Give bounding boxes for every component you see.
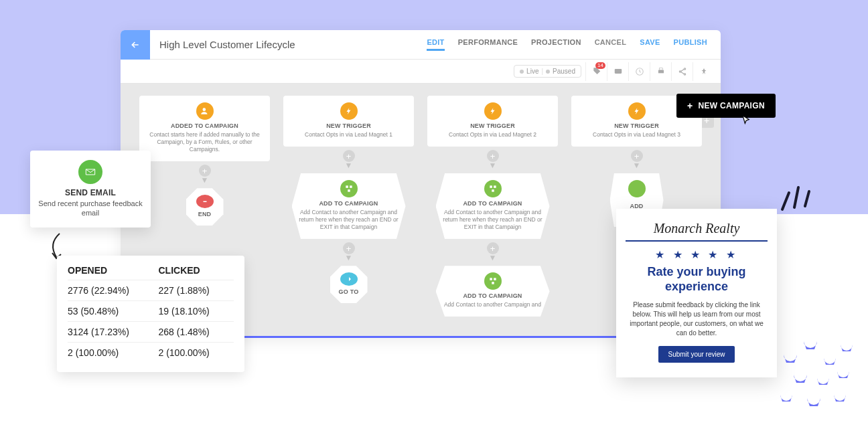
node-title: NEW TRIGGER xyxy=(577,122,697,129)
svg-point-7 xyxy=(202,108,206,111)
send-email-card: SEND EMAIL Send recent purchase feedback… xyxy=(30,151,151,228)
status-paused-label: Paused xyxy=(553,68,575,75)
node-title: ADD TO CAMPAIGN xyxy=(297,200,401,207)
svg-rect-2 xyxy=(658,70,663,73)
header-bar: High Level Customer Lifecycle EDIT PERFO… xyxy=(121,30,721,60)
campaign-icon xyxy=(484,272,502,290)
svg-point-6 xyxy=(684,73,685,74)
send-email-desc: Send recent purchase feedback email xyxy=(38,199,143,218)
stats-card: OPENED CLICKED 2776 (22.94%)227 (1.88%) … xyxy=(57,256,244,372)
tab-performance[interactable]: PERFORMANCE xyxy=(458,38,518,51)
svg-rect-13 xyxy=(492,189,494,192)
svg-rect-15 xyxy=(494,278,496,281)
node-add-to-campaign[interactable]: ADD TO CAMPAIGN Add Contact to another C… xyxy=(436,173,550,239)
star-rating-icon: ★ ★ ★ ★ ★ xyxy=(626,248,768,261)
node-trigger[interactable]: NEW TRIGGER Contact Opts in via Lead Mag… xyxy=(283,96,414,147)
stop-icon xyxy=(196,195,214,208)
node-add-to-campaign[interactable]: ADD TO CAMPAIGN Add Contact to another C… xyxy=(292,173,406,239)
svg-rect-0 xyxy=(614,68,622,73)
node-title: GO TO xyxy=(339,288,359,295)
node-desc: Add Contact to another Campaign and retu… xyxy=(297,209,401,231)
svg-rect-14 xyxy=(490,278,492,281)
node-added-to-campaign[interactable]: ADDED TO CAMPAIGN Contact starts here if… xyxy=(139,96,270,161)
page-title: High Level Customer Lifecycle xyxy=(159,39,427,50)
decorative-strokes xyxy=(776,179,816,219)
share-icon[interactable] xyxy=(671,62,693,81)
send-email-title: SEND EMAIL xyxy=(38,188,143,197)
comment-icon[interactable] xyxy=(607,62,628,81)
node-title: NEW TRIGGER xyxy=(433,122,553,129)
envelope-icon xyxy=(78,160,102,184)
svg-rect-3 xyxy=(659,68,662,70)
node-title: END xyxy=(198,211,212,217)
back-button[interactable] xyxy=(121,30,150,60)
cursor-icon xyxy=(739,114,753,132)
status-dot-paused xyxy=(546,70,550,74)
campaign-icon xyxy=(340,180,358,197)
node-desc: Contact Opts in via Lead Magnet 2 xyxy=(433,131,553,139)
table-row: 3124 (17.23%)268 (1.48%) xyxy=(68,322,234,343)
connector: +▼ xyxy=(199,161,211,188)
svg-rect-8 xyxy=(346,185,348,188)
toolbar: Live | Paused 14 xyxy=(121,60,721,84)
bolt-icon xyxy=(484,102,502,120)
connector: +▼ xyxy=(631,147,643,173)
table-row: 53 (50.48%)19 (18.10%) xyxy=(68,301,234,322)
svg-rect-12 xyxy=(494,185,496,188)
connector: +▼ xyxy=(343,239,355,266)
node-desc: Add Contact to another Campaign and xyxy=(441,301,545,308)
tab-save[interactable]: SAVE xyxy=(640,38,660,51)
header-tabs: EDIT PERFORMANCE PROJECTION CANCEL SAVE … xyxy=(427,38,707,51)
connector: +▼ xyxy=(343,147,355,173)
tab-publish[interactable]: PUBLISH xyxy=(674,38,707,51)
stats-header-opened: OPENED xyxy=(68,265,158,280)
connector: +▼ xyxy=(487,239,499,266)
plus-icon: + xyxy=(687,100,693,111)
node-add-to-campaign[interactable]: ADD TO CAMPAIGN Add Contact to another C… xyxy=(436,266,550,317)
pin-icon[interactable] xyxy=(693,62,714,81)
svg-rect-9 xyxy=(350,185,352,188)
campaign-icon xyxy=(484,180,502,197)
node-desc: Add Contact to another Campaign and retu… xyxy=(441,209,545,231)
status-dot-live xyxy=(520,70,524,74)
print-icon[interactable] xyxy=(650,62,671,81)
email-desc: Please submit feedback by clicking the l… xyxy=(626,300,768,338)
node-trigger[interactable]: NEW TRIGGER Contact Opts in via Lead Mag… xyxy=(427,96,558,147)
workflow-column-2: NEW TRIGGER Contact Opts in via Lead Mag… xyxy=(283,96,414,317)
node-title: ADD TO CAMPAIGN xyxy=(441,292,545,299)
bolt-icon xyxy=(340,102,358,120)
new-campaign-button[interactable]: + NEW CAMPAIGN xyxy=(676,94,776,118)
brand-divider xyxy=(626,240,768,242)
new-campaign-label: NEW CAMPAIGN xyxy=(698,101,764,110)
stats-header-clicked: CLICKED xyxy=(158,265,234,280)
email-title: Rate your buying experience xyxy=(626,265,768,294)
node-title: ADD TO CAMPAIGN xyxy=(441,200,545,207)
svg-rect-11 xyxy=(490,185,492,188)
tab-cancel[interactable]: CANCEL xyxy=(595,38,627,51)
notification-badge: 14 xyxy=(595,62,605,69)
decorative-brush xyxy=(777,335,864,422)
workflow-column-3: NEW TRIGGER Contact Opts in via Lead Mag… xyxy=(427,96,558,317)
arrow-right-icon xyxy=(340,272,358,286)
node-title: ADDED TO CAMPAIGN xyxy=(145,122,265,129)
tab-edit[interactable]: EDIT xyxy=(427,38,444,51)
table-row: 2776 (22.94%)227 (1.88%) xyxy=(68,280,234,301)
status-live-label: Live xyxy=(526,68,538,75)
tag-icon[interactable]: 14 xyxy=(585,62,607,81)
status-pill[interactable]: Live | Paused xyxy=(514,65,581,78)
submit-review-button[interactable]: Submit your review xyxy=(658,346,734,363)
node-title: NEW TRIGGER xyxy=(289,122,409,129)
campaign-icon xyxy=(628,180,646,197)
person-add-icon xyxy=(196,102,214,120)
node-desc: Contact Opts in via Lead Magnet 1 xyxy=(289,131,409,139)
bolt-icon xyxy=(628,102,646,120)
stats-table: OPENED CLICKED 2776 (22.94%)227 (1.88%) … xyxy=(68,265,234,363)
table-row: 2 (100.00%)2 (100.00%) xyxy=(68,343,234,363)
node-desc: Contact starts here if added manually to… xyxy=(145,131,265,153)
history-icon[interactable] xyxy=(628,62,650,81)
node-end[interactable]: END xyxy=(186,188,224,226)
connector: +▼ xyxy=(487,147,499,173)
tab-projection[interactable]: PROJECTION xyxy=(531,38,581,51)
node-goto[interactable]: GO TO xyxy=(330,266,368,303)
svg-point-4 xyxy=(684,68,685,69)
